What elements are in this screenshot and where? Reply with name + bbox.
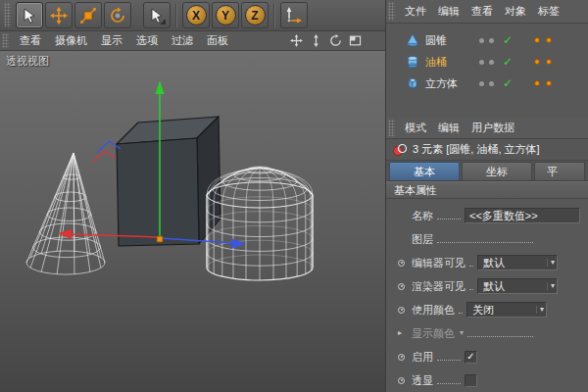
- attribute-tabs: 基本 坐标 平: [386, 161, 588, 181]
- editor-visibility-label: 编辑器可见: [412, 256, 466, 270]
- 3d-scene[interactable]: [0, 51, 385, 392]
- object-row-cone[interactable]: 圆锥 ✓: [386, 29, 588, 51]
- x-axis-lock-button[interactable]: X: [182, 2, 210, 28]
- toggle-view-icon[interactable]: [349, 34, 362, 47]
- dotted-leader: [437, 212, 461, 220]
- select-arrow-icon: [21, 7, 38, 24]
- render-visibility-dot[interactable]: [489, 81, 494, 86]
- tag-dot[interactable]: [534, 80, 540, 86]
- expander-icon[interactable]: ▸: [398, 329, 402, 337]
- keyframe-circle-icon[interactable]: [398, 307, 405, 314]
- field-row-display-color: ▸ 显示颜色 ▾: [386, 321, 588, 345]
- coordinate-system-button[interactable]: [280, 2, 308, 28]
- keyframe-circle-icon[interactable]: [398, 283, 405, 290]
- enabled-checkbox[interactable]: ✓: [465, 351, 477, 364]
- right-panel: 文件 编辑 查看 对象 标签 圆锥 ✓: [385, 0, 588, 392]
- toolbar-grip[interactable]: [4, 3, 11, 27]
- tag-dot[interactable]: [534, 59, 540, 65]
- object-manager-grip[interactable]: [388, 2, 395, 20]
- cube-icon: [406, 76, 419, 90]
- z-axis-lock-button[interactable]: Z: [241, 2, 269, 28]
- xray-checkbox[interactable]: [465, 374, 477, 387]
- tag-area: [528, 59, 552, 65]
- scale-icon: [79, 7, 97, 24]
- tab-basic[interactable]: 基本: [389, 162, 460, 180]
- viewport-menu-panel[interactable]: 面板: [200, 33, 235, 48]
- viewport-nav-icons: [290, 34, 385, 47]
- om-menu-object[interactable]: 对象: [499, 4, 532, 19]
- object-name[interactable]: 油桶: [425, 55, 474, 70]
- keyframe-circle-icon[interactable]: [398, 354, 405, 361]
- viewport-menu-filter[interactable]: 过滤: [165, 33, 200, 48]
- dotted-leader: [437, 235, 533, 243]
- object-row-tank[interactable]: 油桶 ✓: [386, 51, 588, 73]
- enabled-check-icon[interactable]: ✓: [503, 34, 513, 46]
- tag-dot[interactable]: [546, 80, 552, 86]
- dropdown-value: 关闭: [472, 303, 494, 318]
- layer-label: 图层: [412, 232, 433, 247]
- tab-phong[interactable]: 平: [534, 162, 585, 180]
- dotted-leader: [467, 329, 533, 337]
- use-color-dropdown[interactable]: 关闭 ▾: [466, 302, 547, 318]
- om-menu-tags[interactable]: 标签: [532, 4, 565, 19]
- main-toolbar: X Y Z: [0, 0, 385, 31]
- zoom-view-icon[interactable]: [310, 34, 322, 47]
- move-icon: [50, 7, 68, 24]
- viewport-menu-view[interactable]: 查看: [13, 33, 48, 48]
- editor-visibility-dot[interactable]: [479, 60, 484, 65]
- om-menu-file[interactable]: 文件: [399, 4, 432, 19]
- viewport-menu-options[interactable]: 选项: [129, 33, 165, 48]
- viewport-menubar-grip[interactable]: [2, 33, 9, 48]
- object-manager-menubar: 文件 编辑 查看 对象 标签: [386, 0, 588, 24]
- render-visibility-dropdown[interactable]: 默认 ▾: [477, 278, 558, 294]
- move-tool-button[interactable]: [45, 2, 73, 28]
- keyframe-circle-icon[interactable]: [398, 260, 405, 267]
- am-menu-edit[interactable]: 编辑: [432, 121, 466, 135]
- name-input[interactable]: <<多重数值>>: [465, 208, 580, 223]
- viewport-menu-display[interactable]: 显示: [94, 33, 129, 48]
- render-visibility-dot[interactable]: [489, 38, 494, 43]
- viewport-menu-camera[interactable]: 摄像机: [48, 33, 94, 48]
- c4d-application-window: X Y Z 查看 摄像机: [0, 0, 588, 392]
- attribute-manager-grip[interactable]: [388, 120, 395, 136]
- enabled-check-icon[interactable]: ✓: [503, 56, 513, 68]
- om-menu-view[interactable]: 查看: [466, 4, 499, 19]
- keyframe-circle-icon[interactable]: [398, 377, 405, 384]
- object-name[interactable]: 圆锥: [425, 33, 474, 48]
- rotate-view-icon[interactable]: [329, 34, 342, 47]
- editor-visibility-dot[interactable]: [479, 38, 484, 43]
- enabled-check-icon[interactable]: ✓: [503, 77, 513, 89]
- tab-coordinates[interactable]: 坐标: [462, 162, 532, 180]
- render-visibility-dot[interactable]: [489, 60, 494, 65]
- dotted-leader: [469, 282, 473, 290]
- am-menu-userdata[interactable]: 用户数据: [466, 121, 520, 135]
- rotate-tool-button[interactable]: [104, 2, 131, 28]
- scale-tool-button[interactable]: [74, 2, 102, 28]
- basic-properties-section[interactable]: 基本属性: [386, 181, 588, 199]
- field-row-xray: 透显: [386, 368, 588, 392]
- object-name[interactable]: 立方体: [425, 76, 474, 91]
- tag-dot[interactable]: [546, 59, 552, 65]
- attribute-form: 名称 <<多重数值>> 图层 编辑器可见 默认 ▾: [386, 199, 588, 392]
- dropdown-value: 默认: [483, 279, 505, 294]
- display-color-label: 显示颜色: [412, 326, 455, 341]
- om-menu-edit[interactable]: 编辑: [432, 4, 466, 19]
- live-selection-button[interactable]: [143, 2, 171, 28]
- object-row-cube[interactable]: 立方体 ✓: [386, 73, 588, 94]
- x-axis-letter: X: [186, 5, 207, 25]
- tag-dot[interactable]: [534, 37, 540, 43]
- select-tool-button[interactable]: [16, 2, 43, 28]
- field-row-render-visibility: 渲染器可见 默认 ▾: [386, 274, 588, 298]
- pan-view-icon[interactable]: [290, 34, 303, 47]
- selection-info-bar: 3 元素 [圆锥, 油桶, 立方体]: [386, 139, 588, 161]
- viewport-label[interactable]: 透视视图: [6, 54, 49, 69]
- viewport-3d[interactable]: 透视视图: [0, 51, 385, 392]
- editor-visibility-dropdown[interactable]: 默认 ▾: [477, 255, 558, 270]
- rotate-icon: [109, 7, 126, 24]
- tag-dot[interactable]: [546, 37, 552, 43]
- editor-visibility-dot[interactable]: [479, 81, 484, 86]
- live-selection-arrow-icon: [148, 7, 166, 24]
- chevron-down-icon[interactable]: ▾: [460, 329, 464, 337]
- am-menu-mode[interactable]: 模式: [399, 121, 432, 135]
- y-axis-lock-button[interactable]: Y: [212, 2, 239, 28]
